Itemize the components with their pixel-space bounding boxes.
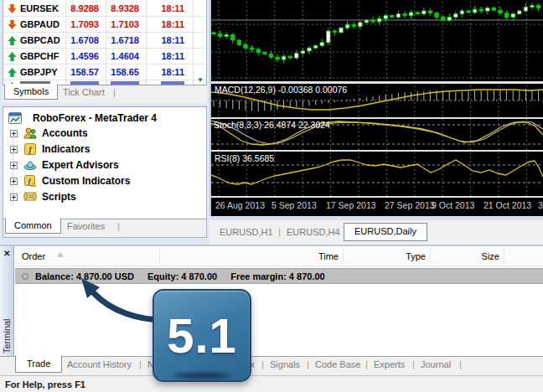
symbol-cell: GBPCAD xyxy=(20,35,60,45)
tree-item-label: Custom Indicators xyxy=(42,175,130,187)
rsi-label: RSI(8) 36.5685 xyxy=(215,153,274,163)
quote-row[interactable]: GBPAUD 1.7093 1.7103 18:11 xyxy=(3,17,206,33)
quote-row[interactable]: GBPJPY 158.57 158.65 18:11 xyxy=(3,64,206,80)
quote-row[interactable]: EURSEK 8.9288 8.9328 18:11 xyxy=(3,1,206,17)
free-margin-text: Free margin: 4 870.00 xyxy=(230,271,325,281)
bid-cell: 1.4596 xyxy=(70,51,99,61)
arrow-up-icon xyxy=(8,36,17,45)
expand-plus-icon[interactable] xyxy=(10,130,18,137)
tree-item-accounts[interactable]: Accounts xyxy=(10,127,88,139)
column-divider xyxy=(343,249,344,264)
tree-root-account[interactable]: RoboForex - MetaTrader 4 xyxy=(8,112,157,124)
chart-svg: MACD(12,26,9) -0.00368 0.00076Stoch(8,3,… xyxy=(211,0,543,216)
chart-tab-h1[interactable]: EURUSD,H1 xyxy=(220,227,273,237)
time-cell: 18:11 xyxy=(161,35,184,45)
tab-tick-chart[interactable]: Tick Chart xyxy=(63,87,105,97)
scroll-down-arrow[interactable]: ▼ xyxy=(197,76,204,84)
ask-cell: 158.65 xyxy=(111,67,139,77)
macd-label: MACD(12,26,9) -0.00368 0.00076 xyxy=(215,85,347,95)
scripts-icon xyxy=(23,191,37,203)
tab-divider-line xyxy=(0,356,543,357)
tab-signals[interactable]: Signals xyxy=(270,359,300,369)
balance-row[interactable]: Balance: 4 870.00 USD Equity: 4 870.00 F… xyxy=(15,268,543,284)
tab-separator: | xyxy=(261,359,264,369)
market-watch-tabstrip: Symbols Tick Chart | xyxy=(3,85,207,103)
date-tick: 17 Sep 2013 xyxy=(326,200,376,210)
symbol-cell: GBPCHF xyxy=(20,51,59,61)
terminal-tabstrip: Trade Account History | News | Alerts | … xyxy=(0,356,543,377)
tab-separator: | xyxy=(412,359,415,369)
tab-separator: | xyxy=(307,359,309,369)
sort-asc-icon xyxy=(57,252,64,257)
expand-plus-icon[interactable] xyxy=(10,162,18,169)
tab-common[interactable]: Common xyxy=(5,218,61,234)
navigator-tabstrip: Common Favorites | xyxy=(3,219,206,237)
tab-account-history[interactable]: Account History xyxy=(67,359,132,369)
chart-tab-daily[interactable]: EURUSD,Daily xyxy=(344,223,427,241)
expand-plus-icon[interactable] xyxy=(10,193,18,201)
date-tick: 5 Sep 2013 xyxy=(272,200,317,210)
tree-item-label: Accounts xyxy=(42,127,88,139)
mt4-terminal-icon xyxy=(8,112,22,124)
market-watch-panel: EURSEK 8.9288 8.9328 18:11 GBPAUD 1.7093… xyxy=(3,0,207,85)
expand-plus-icon[interactable] xyxy=(10,146,18,153)
quote-row[interactable]: GBPCHF 1.4596 1.4604 18:11 xyxy=(3,49,206,64)
time-cell: 18:11 xyxy=(161,19,184,29)
arrow-up-icon xyxy=(8,68,17,77)
tree-item-label: Indicators xyxy=(42,143,90,155)
tab-separator: | xyxy=(459,359,462,369)
terminal-side-label[interactable]: Terminal xyxy=(2,318,12,353)
tab-favorites[interactable]: Favorites xyxy=(67,221,105,231)
column-size[interactable]: Size xyxy=(482,251,499,261)
expert-advisors-icon xyxy=(23,159,37,171)
ask-cell: 1.6718 xyxy=(111,35,139,45)
quote-row[interactable]: GBPCAD 1.6708 1.6718 18:11 xyxy=(3,33,206,49)
tab-symbols[interactable]: Symbols xyxy=(4,84,58,100)
version-badge: 5.1 xyxy=(153,289,251,382)
balance-record-icon xyxy=(22,273,28,280)
tree-item-scripts[interactable]: Scripts xyxy=(10,191,76,203)
status-bar: For Help, press F1 xyxy=(0,375,543,392)
expand-plus-icon[interactable] xyxy=(10,178,18,185)
tree-item-label: Expert Advisors xyxy=(42,159,119,171)
column-divider xyxy=(159,249,160,264)
tab-experts[interactable]: Experts xyxy=(374,359,405,369)
indicators-icon: f xyxy=(23,143,37,155)
bid-cell: 1.6708 xyxy=(70,35,99,45)
tree-root-label: RoboForex - MetaTrader 4 xyxy=(33,112,157,124)
column-order[interactable]: Order xyxy=(22,251,45,261)
chart-tabstrip: EURUSD,H1 | EURUSD,H4 EURUSD,Daily xyxy=(209,216,543,245)
chart-window[interactable]: MACD(12,26,9) -0.00368 0.00076Stoch(8,3,… xyxy=(209,0,543,216)
stoch-label: Stoch(8,3,3) 26.4874 22.3024 xyxy=(214,120,330,130)
date-tick: 9 Oct 2013 xyxy=(432,200,475,210)
tree-item-label: Scripts xyxy=(42,191,76,203)
arrow-down-icon xyxy=(8,4,17,13)
tab-separator: | xyxy=(278,227,281,237)
tab-separator: | xyxy=(365,359,368,369)
terminal-close-icon[interactable]: ✕ xyxy=(3,249,10,258)
symbol-cell: GBPJPY xyxy=(20,67,58,77)
version-badge-text: 5.1 xyxy=(167,307,237,364)
date-tick: 27 Sep 2013 xyxy=(385,200,435,210)
tab-journal[interactable]: Journal xyxy=(421,359,451,369)
chart-tab-h4[interactable]: EURUSD,H4 xyxy=(287,227,340,237)
column-divider xyxy=(504,249,504,264)
left-column: EURSEK 8.9288 8.9328 18:11 GBPAUD 1.7093… xyxy=(0,0,209,245)
ask-cell: 1.7103 xyxy=(111,19,139,29)
tree-item-indicators[interactable]: f Indicators xyxy=(10,143,90,155)
balance-text: Balance: 4 870.00 USD xyxy=(35,271,134,281)
arrow-down-icon xyxy=(8,20,17,29)
navigator-panel: RoboForex - MetaTrader 4 Accounts f xyxy=(3,109,207,238)
tab-trade[interactable]: Trade xyxy=(15,355,62,373)
tree-item-expert-advisors[interactable]: Expert Advisors xyxy=(10,159,119,171)
bid-cell: 8.9288 xyxy=(70,3,99,13)
column-time[interactable]: Time xyxy=(318,251,339,261)
status-text: For Help, press F1 xyxy=(5,379,85,389)
terminal-panel: ✕ Terminal Order Time Type Size Balance:… xyxy=(0,245,543,375)
custom-indicators-icon: f xyxy=(23,175,37,187)
tab-code-base[interactable]: Code Base xyxy=(315,359,360,369)
arrow-up-icon xyxy=(8,52,17,61)
terminal-side-strip: ✕ Terminal xyxy=(0,246,14,356)
column-type[interactable]: Type xyxy=(406,251,426,261)
tree-item-custom-indicators[interactable]: f Custom Indicators xyxy=(10,175,130,187)
